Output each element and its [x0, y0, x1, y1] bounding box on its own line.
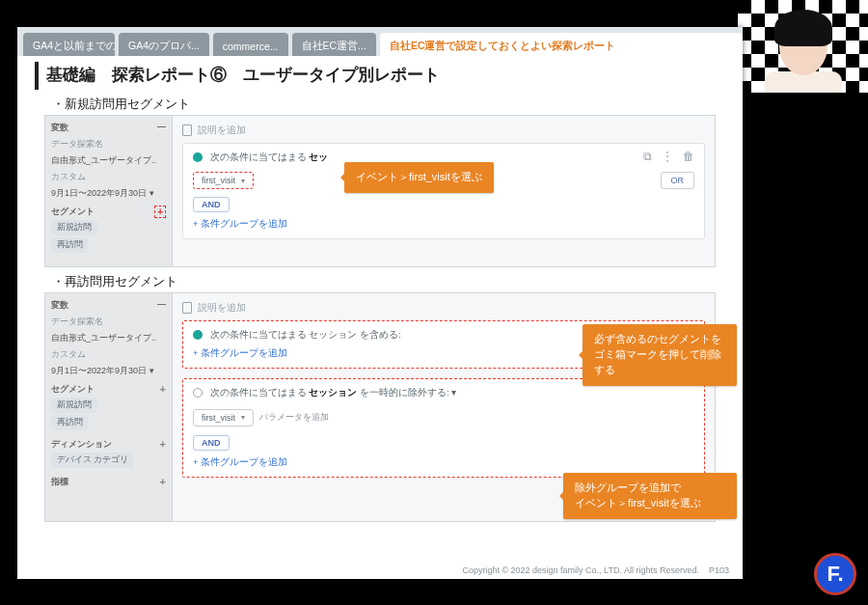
- condition-text-exclude: 次の条件に当てはまる セッション を一時的に除外する: ▾: [210, 387, 457, 398]
- tab-bar: GA4と以前までの... GA4のプロパ... commerce... 自社EC…: [17, 27, 743, 56]
- document-icon: [182, 124, 192, 136]
- custom-label-2: カスタム: [51, 348, 166, 361]
- corner-logo: F.: [814, 553, 856, 595]
- trash-icon[interactable]: 🗑: [683, 150, 694, 163]
- copy-icon[interactable]: ⧉: [643, 150, 652, 163]
- explore-name-value-2: 自由形式_ユーザータイプ..: [51, 332, 166, 344]
- segment-chip-return-2[interactable]: 再訪問: [51, 415, 89, 430]
- condition-text-1: 次の条件に当てはまる セッ: [210, 151, 329, 162]
- presentation-slide: GA4と以前までの... GA4のプロパ... commerce... 自社EC…: [17, 27, 743, 579]
- ga-sidebar-2: 変数— データ探索名 自由形式_ユーザータイプ.. カスタム 9月1日〜2022…: [45, 293, 173, 521]
- explore-name-label: データ探索名: [51, 138, 166, 151]
- dimension-header: ディメンション: [51, 438, 112, 451]
- dot-hollow: [193, 388, 203, 398]
- add-condition-group-1[interactable]: 条件グループを追加: [193, 218, 694, 231]
- document-icon-2: [182, 302, 192, 314]
- dot-indicator-2: [193, 330, 203, 340]
- tab-ga4-property[interactable]: GA4のプロパ...: [119, 33, 209, 56]
- event-select-first-visit-2[interactable]: first_visit▾: [193, 409, 254, 426]
- date-range[interactable]: 9月1日〜2022年9月30日 ▾: [51, 187, 166, 200]
- explore-name-label-2: データ探索名: [51, 316, 166, 328]
- tab-ga4-legacy[interactable]: GA4と以前までの...: [23, 33, 115, 56]
- panel-new-visit: 変数— データ探索名 自由形式_ユーザータイプ.. カスタム 9月1日〜2022…: [44, 115, 716, 267]
- var-header-2: 変数: [51, 299, 68, 312]
- date-range-2[interactable]: 9月1日〜2022年9月30日 ▾: [51, 365, 166, 377]
- condition-text-include: 次の条件に当てはまる セッション を含める:: [210, 329, 401, 340]
- tab-ec-operation[interactable]: 自社EC運営...: [292, 33, 376, 56]
- subtitle-return-visit: ・再訪問用セグメント: [52, 273, 725, 290]
- chevron-down-icon[interactable]: ▾: [451, 387, 456, 398]
- exclude-card: 次の条件に当てはまる セッション を一時的に除外する: ▾ first_visi…: [182, 378, 705, 478]
- slide-footer: Copyright © 2022 design family Co., LTD.…: [462, 565, 729, 575]
- callout-exclude-group: 除外グループを追加で イベント＞first_visitを選ぶ: [563, 473, 737, 519]
- or-button[interactable]: OR: [661, 172, 695, 189]
- custom-label: カスタム: [51, 171, 166, 183]
- chevron-down-icon: ▾: [241, 177, 245, 185]
- segment-header-2: セグメント: [51, 383, 95, 396]
- segment-add-2[interactable]: +: [160, 383, 166, 396]
- segment-chip-new-2[interactable]: 新規訪問: [51, 398, 97, 413]
- slide-title: 基礎編 探索レポート⑥ ユーザータイプ別レポート: [35, 62, 725, 90]
- tab-commerce[interactable]: commerce...: [213, 33, 288, 56]
- chevron-down-icon: ▾: [241, 413, 245, 422]
- and-button[interactable]: AND: [193, 197, 230, 212]
- metric-add[interactable]: +: [160, 476, 166, 488]
- explore-name-value: 自由形式_ユーザータイプ..: [51, 154, 166, 167]
- callout-delete-include: 必ず含めるのセグメントを ゴミ箱マークを押して削除 する: [583, 324, 737, 386]
- add-description-2[interactable]: 説明を追加: [182, 301, 705, 315]
- ga-sidebar-1: 変数— データ探索名 自由形式_ユーザータイプ.. カスタム 9月1日〜2022…: [45, 116, 173, 266]
- dimension-chip-device[interactable]: デバイス カテゴリ: [51, 453, 134, 468]
- segment-chip-new[interactable]: 新規訪問: [51, 220, 97, 235]
- var-header: 変数: [51, 122, 68, 134]
- tab-active-explore-report[interactable]: 自社EC運営で設定しておくとよい探索レポート: [380, 33, 743, 56]
- add-description-1[interactable]: 説明を追加: [182, 124, 705, 137]
- subtitle-new-visit: ・新規訪問用セグメント: [52, 96, 725, 113]
- presenter-webcam: [738, 0, 868, 93]
- param-placeholder[interactable]: パラメータを追加: [259, 411, 329, 424]
- segment-chip-return[interactable]: 再訪問: [51, 237, 89, 253]
- add-condition-group-3[interactable]: 条件グループを追加: [193, 456, 694, 469]
- and-button-2[interactable]: AND: [193, 435, 230, 451]
- dimension-add[interactable]: +: [160, 438, 166, 451]
- segment-add-highlighted[interactable]: +: [154, 206, 166, 218]
- event-select-first-visit[interactable]: first_visit▾: [193, 172, 254, 189]
- metric-header: 指標: [51, 476, 68, 488]
- callout-event-first-visit: イベント＞first_visitを選ぶ: [344, 162, 494, 193]
- dot-indicator: [193, 152, 203, 162]
- segment-header: セグメント: [51, 206, 95, 218]
- more-icon[interactable]: ⋮: [662, 150, 673, 163]
